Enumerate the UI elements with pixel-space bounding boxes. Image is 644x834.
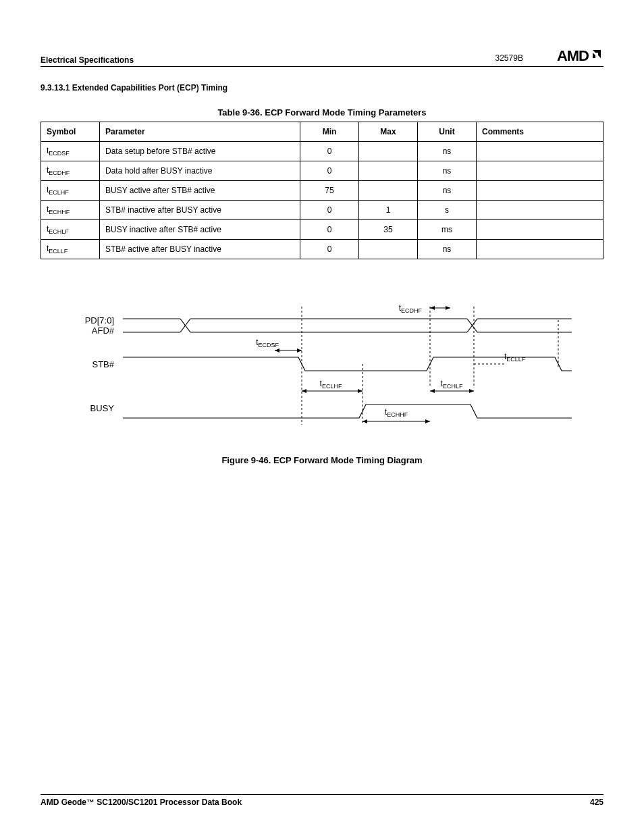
svg-marker-35 bbox=[363, 419, 367, 423]
svg-marker-27 bbox=[302, 389, 306, 393]
cell-parameter: BUSY inactive after STB# active bbox=[100, 220, 300, 240]
amd-arrow-icon bbox=[590, 47, 603, 65]
footer-left: AMD Geode™ SC1200/SC1201 Processor Data … bbox=[41, 798, 242, 807]
cell-min: 0 bbox=[300, 142, 359, 161]
signal-busy-label: BUSY bbox=[90, 403, 115, 413]
timing-diagram-svg: PD[7:0] AFD# STB# BUSY tEC bbox=[72, 293, 572, 428]
table-caption: Table 9-36. ECP Forward Mode Timing Para… bbox=[41, 107, 603, 118]
cell-parameter: Data hold after BUSY inactive bbox=[100, 161, 300, 181]
section-heading: 9.3.13.1 Extended Capabilities Port (ECP… bbox=[41, 83, 603, 93]
table-row: tECDSFData setup before STB# active0ns bbox=[41, 142, 603, 161]
cell-max bbox=[359, 142, 418, 161]
cell-max bbox=[359, 181, 418, 201]
cell-parameter: BUSY active after STB# active bbox=[100, 181, 300, 201]
svg-marker-32 bbox=[469, 389, 474, 393]
svg-text:tECHLF: tECHLF bbox=[441, 379, 463, 390]
cell-max bbox=[359, 161, 418, 181]
svg-marker-21 bbox=[275, 348, 279, 353]
amd-logo: AMD bbox=[557, 47, 603, 65]
timing-diagram: PD[7:0] AFD# STB# BUSY tEC bbox=[41, 293, 603, 428]
signal-pd-label: PD[7:0] bbox=[85, 315, 114, 325]
header-section-title: Electrical Specifications bbox=[41, 55, 134, 65]
cell-symbol: tECLLF bbox=[41, 240, 100, 259]
cell-unit: s bbox=[418, 201, 477, 220]
cell-min: 75 bbox=[300, 181, 359, 201]
cell-comments bbox=[477, 181, 603, 201]
cell-parameter: STB# active after BUSY inactive bbox=[100, 240, 300, 259]
cell-symbol: tECHLF bbox=[41, 220, 100, 240]
cell-symbol: tECHHF bbox=[41, 201, 100, 220]
cell-symbol: tECDSF bbox=[41, 142, 100, 161]
col-min: Min bbox=[300, 122, 359, 142]
svg-marker-22 bbox=[297, 348, 302, 353]
cell-comments bbox=[477, 220, 603, 240]
cell-min: 0 bbox=[300, 220, 359, 240]
timing-parameters-table: Symbol Parameter Min Max Unit Comments t… bbox=[41, 122, 603, 259]
page-header: Electrical Specifications 32579B AMD bbox=[41, 47, 603, 67]
cell-unit: ns bbox=[418, 240, 477, 259]
cell-min: 0 bbox=[300, 240, 359, 259]
svg-text:tECHHF: tECHHF bbox=[385, 407, 408, 418]
svg-marker-17 bbox=[430, 306, 435, 310]
cell-parameter: STB# inactive after BUSY active bbox=[100, 201, 300, 220]
col-parameter: Parameter bbox=[100, 122, 300, 142]
cell-max: 35 bbox=[359, 220, 418, 240]
col-unit: Unit bbox=[418, 122, 477, 142]
cell-parameter: Data setup before STB# active bbox=[100, 142, 300, 161]
table-header-row: Symbol Parameter Min Max Unit Comments bbox=[41, 122, 603, 142]
doc-number: 32579B bbox=[495, 53, 523, 63]
page-footer: AMD Geode™ SC1200/SC1201 Processor Data … bbox=[41, 794, 603, 807]
table-row: tECHLFBUSY inactive after STB# active035… bbox=[41, 220, 603, 240]
svg-text:tECLLF: tECLLF bbox=[504, 352, 526, 363]
cell-comments bbox=[477, 161, 603, 181]
logo-text: AMD bbox=[557, 47, 589, 65]
cell-min: 0 bbox=[300, 161, 359, 181]
cell-unit: ns bbox=[418, 181, 477, 201]
col-max: Max bbox=[359, 122, 418, 142]
svg-marker-36 bbox=[425, 419, 430, 423]
svg-marker-28 bbox=[358, 389, 363, 393]
cell-unit: ns bbox=[418, 142, 477, 161]
signal-afd-label: AFD# bbox=[92, 325, 115, 336]
footer-page-number: 425 bbox=[590, 798, 603, 807]
svg-marker-18 bbox=[446, 306, 450, 310]
cell-max bbox=[359, 240, 418, 259]
cell-max: 1 bbox=[359, 201, 418, 220]
col-comments: Comments bbox=[477, 122, 603, 142]
figure-caption: Figure 9-46. ECP Forward Mode Timing Dia… bbox=[41, 455, 603, 465]
cell-unit: ms bbox=[418, 220, 477, 240]
cell-comments bbox=[477, 201, 603, 220]
col-symbol: Symbol bbox=[41, 122, 100, 142]
cell-comments bbox=[477, 142, 603, 161]
table-row: tECLHFBUSY active after STB# active75ns bbox=[41, 181, 603, 201]
svg-text:tECDSF: tECDSF bbox=[256, 338, 279, 348]
cell-symbol: tECLHF bbox=[41, 181, 100, 201]
cell-min: 0 bbox=[300, 201, 359, 220]
cell-comments bbox=[477, 240, 603, 259]
table-row: tECHHFSTB# inactive after BUSY active01s bbox=[41, 201, 603, 220]
table-row: tECDHFData hold after BUSY inactive0ns bbox=[41, 161, 603, 181]
cell-unit: ns bbox=[418, 161, 477, 181]
svg-text:tECLHF: tECLHF bbox=[320, 379, 342, 390]
table-row: tECLLFSTB# active after BUSY inactive0ns bbox=[41, 240, 603, 259]
signal-stb-label: STB# bbox=[92, 359, 114, 369]
cell-symbol: tECDHF bbox=[41, 161, 100, 181]
svg-marker-31 bbox=[430, 389, 435, 393]
svg-text:tECDHF: tECDHF bbox=[399, 303, 423, 314]
